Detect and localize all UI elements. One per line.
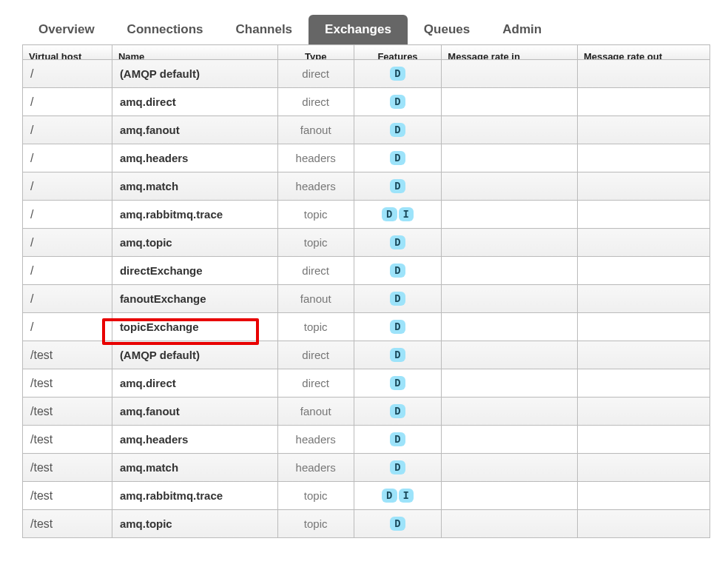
cell-rate-in [442,144,578,172]
cell-rate-in [442,257,578,285]
tab-admin[interactable]: Admin [486,15,558,44]
cell-vhost: / [23,313,112,341]
cell-name[interactable]: amq.direct [112,369,277,397]
cell-features: D [354,257,442,285]
col-header[interactable]: Type [277,45,354,60]
cell-name[interactable]: amq.fanout [112,397,277,426]
cell-name[interactable]: amq.topic [112,229,277,257]
cell-vhost: /test [23,426,112,454]
cell-rate-out [577,482,710,510]
cell-name[interactable]: directExchange [112,257,277,285]
cell-rate-in [442,60,578,88]
cell-features: D [354,313,442,341]
cell-type: topic [277,482,354,510]
cell-vhost: /test [23,369,112,397]
cell-name[interactable]: (AMQP default) [112,341,277,369]
table-row: /testamq.topictopicD [23,510,710,538]
table-row: /amq.topictopicD [23,229,710,257]
col-header[interactable]: Message rate in [442,45,578,60]
cell-rate-out [577,257,710,285]
tab-queues[interactable]: Queues [408,15,486,44]
cell-name[interactable]: amq.direct [112,88,277,116]
cell-rate-out [577,285,710,313]
cell-rate-in [442,201,578,229]
cell-vhost: / [23,257,112,285]
cell-features: D [354,397,442,426]
cell-features: D [354,88,442,116]
cell-name[interactable]: amq.rabbitmq.trace [112,201,277,229]
table-row: /directExchangedirectD [23,257,710,285]
cell-features: D [354,144,442,172]
cell-rate-out [577,172,710,201]
cell-type: direct [277,341,354,369]
cell-rate-in [442,116,578,144]
col-header[interactable]: Virtual host [23,45,112,60]
cell-rate-in [442,313,578,341]
cell-features: D [354,172,442,201]
table-row: /amq.directdirectD [23,88,710,116]
cell-type: fanout [277,397,354,426]
cell-features: D [354,60,442,88]
cell-type: direct [277,257,354,285]
cell-name[interactable]: amq.headers [112,144,277,172]
nav-tabs: OverviewConnectionsChannelsExchangesQueu… [22,15,706,44]
cell-vhost: /test [23,341,112,369]
cell-name[interactable]: topicExchange [112,313,277,341]
cell-type: direct [277,88,354,116]
cell-name[interactable]: amq.rabbitmq.trace [112,482,277,510]
cell-name[interactable]: (AMQP default) [112,60,277,88]
col-header[interactable]: Features [354,45,442,60]
cell-vhost: / [23,229,112,257]
cell-type: direct [277,369,354,397]
feature-badge-d: D [390,67,405,81]
cell-rate-out [577,313,710,341]
cell-rate-out [577,88,710,116]
table-row: /(AMQP default)directD [23,60,710,88]
cell-vhost: / [23,201,112,229]
cell-rate-out [577,201,710,229]
cell-features: D [354,369,442,397]
cell-rate-out [577,369,710,397]
cell-name[interactable]: amq.topic [112,510,277,538]
table-row: /amq.fanoutfanoutD [23,116,710,144]
cell-vhost: / [23,285,112,313]
table-row: /test(AMQP default)directD [23,341,710,369]
table-row: /testamq.matchheadersD [23,454,710,482]
cell-features: D [354,454,442,482]
cell-rate-in [442,426,578,454]
feature-badge-d: D [390,235,405,249]
cell-vhost: / [23,144,112,172]
cell-vhost: / [23,172,112,201]
table-row: /topicExchangetopicD [23,313,710,341]
cell-rate-out [577,144,710,172]
feature-badge-d: D [382,489,397,503]
cell-name[interactable]: amq.fanout [112,116,277,144]
tab-overview[interactable]: Overview [22,15,111,44]
cell-name[interactable]: amq.match [112,454,277,482]
cell-name[interactable]: amq.match [112,172,277,201]
cell-rate-in [442,229,578,257]
cell-features: D [354,426,442,454]
cell-type: topic [277,510,354,538]
cell-vhost: /test [23,454,112,482]
table-row: /testamq.directdirectD [23,369,710,397]
cell-rate-out [577,60,710,88]
tab-channels[interactable]: Channels [220,15,309,44]
cell-rate-out [577,397,710,426]
cell-name[interactable]: amq.headers [112,426,277,454]
cell-features: D [354,341,442,369]
table-row: /fanoutExchangefanoutD [23,285,710,313]
cell-type: fanout [277,285,354,313]
col-header[interactable]: Message rate out [577,45,710,60]
cell-name[interactable]: fanoutExchange [112,285,277,313]
tab-exchanges[interactable]: Exchanges [309,15,408,44]
feature-badge-i: I [399,489,414,503]
cell-type: topic [277,201,354,229]
cell-rate-in [442,454,578,482]
tab-connections[interactable]: Connections [111,15,220,44]
cell-rate-in [442,285,578,313]
cell-features: D [354,116,442,144]
cell-rate-out [577,116,710,144]
col-header[interactable]: Name [112,45,277,60]
cell-type: fanout [277,116,354,144]
